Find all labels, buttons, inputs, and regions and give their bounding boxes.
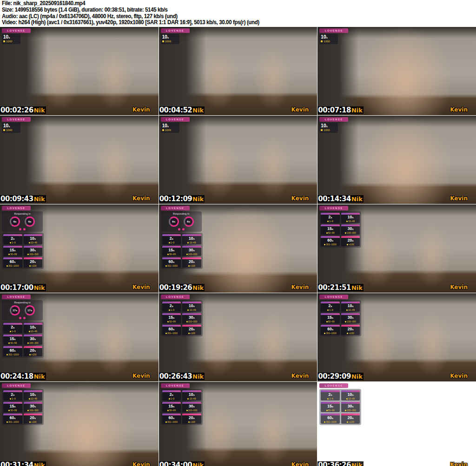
tip-tile-amount: 20s <box>341 327 360 332</box>
tip-tile: 15s50~99 <box>3 335 22 345</box>
model-name-left: Nik <box>351 195 364 203</box>
tip-tile: 60s301~1000 <box>321 325 340 335</box>
tip-tile-amount-suffix: s <box>193 316 194 319</box>
lovense-watermark: LOVENSE <box>161 117 190 122</box>
tip-tile: 15s50~99 <box>321 313 340 323</box>
tip-tile-amount-value: 60 <box>10 348 14 353</box>
tip-tile-amount-value: 20 <box>348 238 352 243</box>
tip-tile-amount-suffix: s <box>14 417 15 420</box>
goal-token-count: 1000 <box>3 40 19 43</box>
meta-line-audio: Audio: aac (LC) (mp4a / 0x6134706D), 480… <box>2 13 455 20</box>
model-name-right: Kevin <box>450 284 468 290</box>
tip-tile-amount-suffix: s <box>352 216 353 219</box>
lovense-watermark: LOVENSE <box>2 28 31 33</box>
timestamp-bar: 00:19:26Nik <box>159 284 205 291</box>
lovense-watermark: LOVENSE <box>2 383 31 388</box>
tip-tile-amount: 15s <box>3 248 22 253</box>
goal-amount-value: 10 <box>3 34 8 39</box>
tip-tile: 15s50~99 <box>3 246 22 256</box>
tip-tile-token-range: 100~300 <box>182 253 201 256</box>
tip-tile-token-range: 301~1000 <box>321 243 340 246</box>
tip-tile-amount-suffix: s <box>332 417 333 420</box>
tip-tile-amount: 2s <box>162 236 181 241</box>
gauge-seconds: 6s <box>28 220 32 223</box>
goal-amount: 10s <box>321 35 337 40</box>
tip-tile: 2s1~9 <box>321 390 340 400</box>
timestamp-label: 00:04:52 <box>159 106 193 114</box>
tip-tile-amount-suffix: s <box>331 394 332 396</box>
tip-tile-amount-suffix: s <box>173 316 174 319</box>
tip-tile-token-range: 301~1000 <box>162 332 181 335</box>
tip-tile-amount: 60s <box>321 415 340 420</box>
tip-tile-amount-value: 60 <box>327 415 331 420</box>
tip-tile-amount-suffix: s <box>331 216 332 219</box>
goal-amount-value: 10 <box>162 123 167 128</box>
tip-tile-amount-value: 20 <box>30 348 34 353</box>
video-thumbnail: LOVENSE2s1~910s10~4915s50~9930s100~30060… <box>317 382 476 466</box>
tip-tile-amount-value: 10 <box>30 392 34 397</box>
tip-tile-amount: 10s <box>341 215 360 220</box>
tip-tile-amount-value: 60 <box>327 327 331 331</box>
video-thumbnail: LOVENSE10s100000:09:43NikKevin <box>0 116 159 204</box>
tip-tile-amount: 2s <box>321 392 340 397</box>
tip-tile-amount-suffix: s <box>193 417 194 420</box>
tip-tile-amount-suffix: s <box>13 326 14 329</box>
timestamp-bar: 00:04:52Nik <box>159 106 205 114</box>
tip-tile: 10s10~49 <box>182 302 201 312</box>
tip-tile-amount-suffix: s <box>352 239 353 242</box>
tip-tile-token-range: 50~99 <box>162 253 181 256</box>
gauge-ring-right: 6s <box>25 217 35 227</box>
video-thumbnail: LOVENSE2s1~910s10~4915s50~9930s100~30060… <box>159 293 317 381</box>
tip-tile: 60s301~1000 <box>321 236 340 246</box>
video-thumbnail: LOVENSEResponding in17s17s2s1~910s10~491… <box>0 293 159 381</box>
timestamp-bar: 00:36:26Nik <box>317 461 364 466</box>
timestamp-label: 00:36:26 <box>317 461 351 466</box>
tip-tile-amount-value: 15 <box>169 248 173 252</box>
tip-tile-token-range: 50~99 <box>3 253 22 256</box>
timestamp-label: 00:07:18 <box>317 106 351 114</box>
timestamp-label: 00:17:00 <box>0 284 34 291</box>
model-name-right: Kevin <box>132 195 150 202</box>
tip-tile-amount: 30s <box>341 404 360 409</box>
tip-menu-overlay: 2s1~910s10~4915s50~9930s100~30060s301~10… <box>2 233 44 269</box>
tip-tile-token-range: 10~49 <box>182 308 201 311</box>
tip-tile: 20s+100 <box>341 325 360 335</box>
tip-tile-token-range: 100~300 <box>341 320 360 323</box>
tip-tile-token-range: 301~1000 <box>3 420 22 423</box>
model-name-left: Nik <box>351 106 364 114</box>
tip-tile: 15s50~99 <box>321 224 340 235</box>
tip-tile-amount: 20s <box>341 415 360 420</box>
tip-tile-amount: 2s <box>3 392 22 397</box>
tip-tile: 60s301~1000 <box>3 257 22 268</box>
goal-amount-value: 10 <box>321 123 326 128</box>
tip-tile: 60s301~1000 <box>3 346 22 356</box>
tip-tile-token-range: 100~300 <box>341 409 360 412</box>
gauge-seconds: 6s <box>13 220 17 223</box>
tip-tile-token-range: 301~1000 <box>3 264 22 267</box>
tip-tile-amount: 30s <box>341 226 360 231</box>
tip-tile-amount-suffix: s <box>34 394 36 396</box>
tip-tile-token-range: 50~99 <box>3 409 22 412</box>
model-name-left: Nik <box>34 284 46 291</box>
tip-tile-token-range: +100 <box>182 420 201 423</box>
tip-tile-token-range: 50~99 <box>321 409 340 412</box>
tip-tile-amount-value: 60 <box>327 238 331 243</box>
tip-tile: 20s+100 <box>24 413 43 424</box>
tip-tile-amount: 10s <box>24 325 43 330</box>
tip-tile: 20s+100 <box>24 346 43 356</box>
tip-tile: 2s1~9 <box>162 234 181 244</box>
tip-tile-amount: 10s <box>182 392 201 397</box>
lovense-watermark: LOVENSE <box>319 206 348 210</box>
model-name-right: Kevin <box>132 106 150 113</box>
tip-tile-token-range: 10~49 <box>182 241 201 244</box>
tip-tile-amount-suffix: s <box>14 405 15 408</box>
tip-tile-amount: 15s <box>162 404 181 409</box>
tip-tile-amount-suffix: s <box>193 261 194 263</box>
tip-tile-token-range: +100 <box>24 420 43 423</box>
tip-tile-token-range: +100 <box>24 353 43 356</box>
response-gauge-panel: Responding in6s6s <box>161 211 202 232</box>
model-name-right: Kevin <box>291 106 309 113</box>
goal-tile: 10s1000 <box>2 123 20 133</box>
toy-dot-icon <box>23 317 26 319</box>
video-thumbnail: LOVENSE10s100000:12:09NikKevin <box>159 116 317 204</box>
